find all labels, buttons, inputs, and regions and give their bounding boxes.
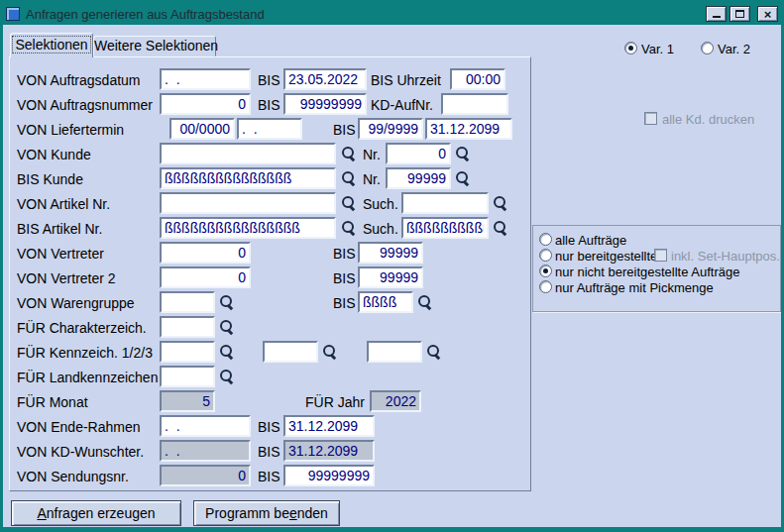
artikel-bis-label: BIS Artikel Nr.	[17, 221, 102, 237]
vertreter2-von-input[interactable]	[160, 266, 251, 288]
ende-rahmen-bis-input[interactable]	[283, 415, 375, 437]
liefertermin-von-datum-input[interactable]	[237, 118, 302, 140]
charakterzeichen-search-icon[interactable]	[219, 319, 235, 335]
row-vertreter: VON Vertreter BIS	[3, 242, 781, 266]
var2-radio[interactable]	[701, 42, 714, 54]
warengruppe-bis-input[interactable]	[358, 291, 413, 313]
kunde-von-nr-label: Nr.	[363, 147, 381, 162]
kunde-bis-nr-search-icon[interactable]	[455, 170, 471, 186]
kunde-von-nr-input[interactable]	[386, 143, 451, 164]
artikel-bis-input[interactable]	[160, 217, 336, 239]
sendungsnr-label: VON Sendungsnr.	[17, 469, 129, 484]
row-artikel-bis: BIS Artikel Nr. Such.	[3, 217, 781, 241]
artikel-von-label: VON Artikel Nr.	[17, 196, 110, 212]
row-kd-wunschtermin: VON KD-Wunschter. BIS	[3, 440, 781, 464]
tab-selektionen-label: Selektionen	[13, 37, 89, 53]
sendungsnr-von-input	[160, 465, 251, 486]
minimize-button[interactable]	[706, 6, 727, 22]
kennzeichen2-input[interactable]	[263, 341, 318, 363]
monat-input	[160, 390, 215, 412]
var1-radio[interactable]	[624, 42, 637, 54]
kennzeichen-label: FÜR Kennzeich. 1/2/3	[17, 345, 153, 361]
sendungsnr-bis-input[interactable]	[283, 465, 375, 486]
title-bar[interactable]: Anfragen generieren aus Auftragsbestand …	[3, 3, 781, 25]
kd-wunschtermin-label: VON KD-Wunschter.	[17, 444, 144, 460]
liefertermin-bis-label: BIS	[333, 122, 356, 138]
close-button[interactable]: ×	[757, 6, 778, 22]
liefertermin-von-periode-input[interactable]	[169, 118, 235, 140]
kunde-von-input[interactable]	[160, 143, 336, 164]
artikel-bis-such-label: Such.	[363, 221, 398, 237]
kennzeichen3-search-icon[interactable]	[426, 344, 442, 360]
ende-rahmen-label: VON Ende-Rahmen	[17, 419, 141, 435]
landkennzeichen-input[interactable]	[160, 366, 215, 387]
vertreter-bis-label: BIS	[333, 246, 356, 262]
kennzeichen2-search-icon[interactable]	[322, 344, 338, 360]
var2-label: Var. 2	[718, 42, 750, 56]
row-landkennzeichen: FÜR Landkennzeichen	[3, 366, 781, 389]
app-window: Anfragen generieren aus Auftragsbestand …	[0, 0, 784, 532]
liefertermin-bis-periode-input[interactable]	[358, 118, 423, 140]
kennzeichen1-input[interactable]	[160, 341, 215, 363]
vertreter-bis-input[interactable]	[358, 242, 423, 264]
kunde-bis-search-icon[interactable]	[341, 170, 357, 186]
row-auftragsnummer: VON Auftragsnummer BIS KD-AufNr.	[3, 93, 781, 117]
vertreter-von-input[interactable]	[160, 242, 251, 264]
kd-wunschtermin-bis-input	[283, 440, 375, 462]
close-icon: ×	[764, 8, 772, 21]
landkennzeichen-search-icon[interactable]	[219, 369, 235, 384]
warengruppe-bis-search-icon[interactable]	[417, 294, 433, 310]
row-ende-rahmen: VON Ende-Rahmen BIS	[3, 415, 781, 439]
row-kennzeichen: FÜR Kennzeich. 1/2/3	[3, 341, 781, 365]
kunde-von-nr-search-icon[interactable]	[455, 146, 471, 161]
window-title: Anfragen generieren aus Auftragsbestand	[26, 7, 703, 22]
landkennzeichen-label: FÜR Landkennzeichen	[17, 370, 158, 385]
row-sendungsnr: VON Sendungsnr. BIS	[3, 465, 781, 488]
kdaufnr-input[interactable]	[441, 93, 508, 115]
app-icon	[6, 7, 20, 21]
liefertermin-bis-datum-input[interactable]	[425, 118, 512, 140]
charakterzeichen-input[interactable]	[160, 316, 215, 338]
auftragsnummer-bis-label: BIS	[258, 97, 280, 113]
programm-beenden-button[interactable]: Programm beenden	[193, 500, 340, 526]
auftragsdatum-bis-input[interactable]	[283, 68, 367, 90]
kd-wunschtermin-von-input	[160, 440, 251, 462]
artikel-von-input[interactable]	[160, 192, 336, 214]
uhrzeit-bis-input[interactable]	[450, 68, 505, 90]
kunde-von-search-icon[interactable]	[341, 146, 357, 161]
anfragen-erzeugen-button[interactable]: Anfragen erzeugen	[11, 500, 181, 526]
artikel-von-such-search-icon[interactable]	[493, 195, 508, 211]
auftragsnummer-von-input[interactable]	[160, 93, 251, 115]
jahr-label: FÜR Jahr	[305, 394, 365, 410]
kunde-bis-nr-input[interactable]	[386, 167, 451, 189]
kunde-bis-input[interactable]	[160, 167, 336, 189]
artikel-von-such-input[interactable]	[401, 192, 489, 214]
warengruppe-label: VON Warengruppe	[17, 295, 135, 311]
kdaufnr-label: KD-AufNr.	[371, 97, 433, 113]
ende-rahmen-bis-label: BIS	[258, 419, 280, 435]
auftragsnummer-bis-input[interactable]	[283, 93, 367, 115]
kennzeichen1-search-icon[interactable]	[219, 344, 235, 360]
auftragsdatum-von-input[interactable]	[160, 68, 251, 90]
artikel-von-search-icon[interactable]	[341, 195, 357, 211]
maximize-button[interactable]	[729, 6, 750, 22]
artikel-bis-such-search-icon[interactable]	[493, 220, 508, 236]
tab-weitere-selektionen-label: Weitere Selektionen	[94, 38, 218, 53]
uhrzeit-bis-label: BIS Uhrzeit	[371, 72, 441, 88]
artikel-von-such-label: Such.	[363, 196, 398, 212]
tab-selektionen[interactable]: Selektionen	[10, 33, 93, 57]
kennzeichen3-input[interactable]	[367, 341, 422, 363]
vertreter2-bis-input[interactable]	[358, 266, 423, 288]
warengruppe-von-input[interactable]	[160, 291, 215, 313]
monat-label: FÜR Monat	[17, 394, 88, 410]
artikel-bis-such-input[interactable]	[401, 217, 489, 239]
row-auftragsdatum: VON Auftragsdatum BIS BIS Uhrzeit	[3, 68, 781, 92]
minimize-icon	[713, 16, 721, 18]
kunde-von-label: VON Kunde	[17, 147, 91, 162]
warengruppe-von-search-icon[interactable]	[219, 294, 235, 310]
ende-rahmen-von-input[interactable]	[160, 415, 251, 437]
tab-weitere-selektionen[interactable]: Weitere Selektionen	[93, 36, 216, 56]
auftragsdatum-bis-label: BIS	[258, 72, 280, 88]
var1-label: Var. 1	[641, 42, 674, 56]
artikel-bis-search-icon[interactable]	[341, 220, 357, 236]
